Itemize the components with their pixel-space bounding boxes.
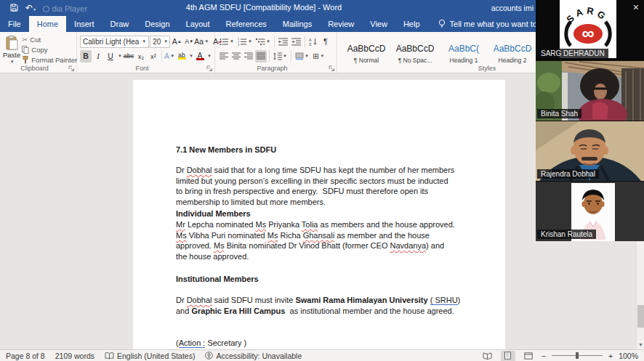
tab-view[interactable]: View [362, 16, 395, 32]
tab-file[interactable]: File [0, 16, 29, 32]
style--normal[interactable]: AaBbCcD¶ Normal [343, 34, 390, 66]
shrink-font-button[interactable]: A▼ [183, 36, 195, 48]
highlight-swatch [178, 57, 186, 60]
account-button[interactable]: accounts imi [491, 4, 534, 12]
align-center-button[interactable] [230, 50, 242, 62]
doc-line: to bring in fresh perspective and energy… [176, 186, 454, 197]
style--no-spac-[interactable]: AaBbCcD¶ No Spac... [392, 34, 438, 66]
zoom-percentage[interactable]: 100% [619, 352, 638, 360]
word-count[interactable]: 2109 words [55, 352, 94, 360]
tab-layout[interactable]: Layout [178, 16, 218, 32]
tab-mailings[interactable]: Mailings [275, 16, 320, 32]
grow-font-button[interactable]: A▲ [171, 36, 182, 48]
text-effects-button[interactable]: A▼ [164, 50, 175, 62]
tab-review[interactable]: Review [320, 16, 362, 32]
sort-button[interactable]: AZ [307, 36, 319, 48]
decrease-indent-button[interactable] [277, 36, 289, 48]
borders-icon: ⊞ [313, 52, 319, 61]
change-case-button[interactable]: Aa▼ [196, 36, 207, 48]
indent-icon [291, 38, 301, 46]
tab-home[interactable]: Home [29, 16, 66, 32]
web-layout-icon [524, 352, 533, 360]
style-name: ¶ No Spac... [398, 57, 432, 64]
accessibility-status[interactable]: Accessibility: Unavailable [205, 352, 302, 360]
doc-paragraph: Dr Dobhal said SDFU must invite Swami Ra… [176, 295, 460, 316]
zoom-slider-thumb[interactable] [576, 352, 579, 359]
status-bar: Page 8 of 8 2109 words English (United S… [0, 349, 644, 361]
zoom-in-button[interactable]: + [608, 352, 613, 360]
strikethrough-button[interactable]: abc [123, 50, 134, 62]
cut-button[interactable]: ✂ Cut [22, 35, 77, 44]
superscript-button[interactable]: x² [148, 50, 159, 62]
numbering-button[interactable]: 123▼ [236, 36, 254, 48]
highlight-color-button[interactable]: ab [176, 50, 188, 62]
paste-button[interactable]: Paste ▼ [3, 34, 20, 65]
doc-line: Dr Dobhal said SDFU must invite Swami Ra… [176, 295, 460, 306]
video-tile-krishan[interactable]: Krishan Rautela [536, 182, 644, 241]
bullet-list-icon [220, 38, 229, 46]
underline-caret-icon[interactable]: ▼ [118, 54, 122, 58]
style-heading-2[interactable]: AaBbCcDHeading 2 [489, 34, 536, 66]
tab-insert[interactable]: Insert [66, 16, 102, 32]
participant-name: Krishan Rautela [537, 230, 596, 239]
show-hide-formatting-button[interactable]: ¶ [320, 36, 331, 48]
web-layout-button[interactable] [521, 351, 536, 361]
shading-button[interactable]: ▼ [294, 50, 310, 62]
paste-icon [6, 36, 18, 50]
font-dialog-launcher-icon[interactable] [206, 65, 213, 72]
shading-icon [295, 52, 304, 60]
copy-icon [22, 46, 29, 54]
multilevel-list-icon [256, 38, 265, 46]
read-mode-button[interactable] [480, 351, 495, 361]
font-name-combobox[interactable]: Calibri Light (Hea ▼ [80, 36, 149, 48]
align-right-button[interactable] [243, 50, 254, 62]
tab-help[interactable]: Help [395, 16, 428, 32]
borders-button[interactable]: ⊞▼ [311, 50, 326, 62]
read-mode-icon [483, 352, 492, 360]
video-tile-sarg[interactable]: SARG ∞ SARG DEHRADUN [536, 0, 644, 60]
doc-line: membership to limited but more members. [176, 197, 454, 208]
multilevel-list-button[interactable]: ▼ [254, 36, 272, 48]
svg-text:Z: Z [309, 42, 312, 46]
document-page[interactable]: 7.1 New Members in SDFUDr Dobhal said th… [133, 80, 505, 349]
proofing-status[interactable]: English (United States) [105, 352, 195, 360]
close-icon[interactable]: × [633, 1, 639, 13]
proofing-book-icon [105, 352, 114, 360]
font-color-caret-icon[interactable]: ▼ [207, 54, 212, 58]
align-left-button[interactable] [218, 50, 230, 62]
justify-button[interactable] [255, 50, 267, 62]
paragraph-dialog-launcher-icon[interactable] [329, 65, 335, 72]
scrollbar-down-arrow[interactable]: ▼ [637, 341, 644, 349]
line-spacing-icon [273, 52, 282, 60]
scrollbar-thumb[interactable] [637, 305, 644, 328]
subscript-button[interactable]: x₂ [135, 50, 147, 62]
underline-button[interactable]: U [105, 50, 116, 62]
font-color-button[interactable]: A [194, 50, 206, 62]
page-indicator[interactable]: Page 8 of 8 [6, 352, 45, 360]
tab-design[interactable]: Design [137, 16, 177, 32]
tab-draw[interactable]: Draw [102, 16, 137, 32]
line-spacing-button[interactable]: ▼ [272, 50, 289, 62]
tell-me-box[interactable]: Tell me what you want to do [438, 16, 549, 32]
copy-button[interactable]: Copy [22, 45, 77, 54]
format-painter-button[interactable]: Format Painter [22, 55, 77, 65]
doc-heading: Institutional Members [176, 274, 259, 285]
style-heading-1[interactable]: AaBbC(Heading 1 [440, 34, 487, 66]
tab-references[interactable]: References [218, 16, 275, 32]
zoom-out-button[interactable]: − [542, 352, 546, 360]
style-name: Heading 1 [450, 57, 478, 64]
increase-indent-button[interactable] [290, 36, 302, 48]
italic-button[interactable]: I [92, 50, 104, 62]
bold-button[interactable]: B [80, 50, 92, 62]
doc-line: the house approved. [176, 251, 455, 262]
font-size-combobox[interactable]: 20 ▼ [150, 36, 170, 48]
video-tile-rajendra[interactable]: Rajendra Dobhal [536, 121, 644, 181]
doc-line: approved. Ms Binita nominated Dr Vinod B… [176, 240, 455, 251]
print-layout-button[interactable] [501, 351, 515, 361]
highlight-caret-icon[interactable]: ▼ [189, 54, 193, 58]
language-label: English (United States) [117, 352, 195, 360]
video-tile-binita[interactable]: Binita Shah [536, 61, 644, 121]
clipboard-dialog-launcher-icon[interactable] [68, 65, 75, 72]
zoom-slider[interactable] [552, 355, 603, 356]
bullets-button[interactable]: ▼ [218, 36, 236, 48]
